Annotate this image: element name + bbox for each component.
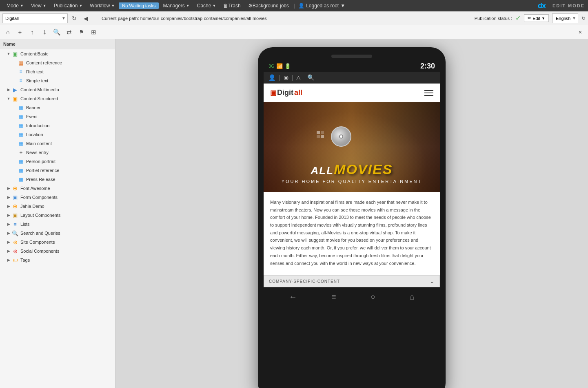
sidebar-item-simple-text[interactable]: ≡ Simple text — [0, 76, 115, 85]
phone-location-icon[interactable]: ◉ — [284, 74, 288, 81]
sidebar-item-content-multimedia[interactable]: ▶ ▶ Content:Multimedia — [0, 85, 115, 94]
top-menu-bar: Mode ▼ View ▼ Publication ▼ Workflow ▼ N… — [0, 0, 588, 11]
sidebar-item-content-basic[interactable]: ▼ ▣ Content:Basic — [0, 49, 115, 58]
site-dropdown-arrow[interactable]: ▼ — [62, 16, 66, 20]
site-name: Digitall — [4, 16, 62, 21]
publication-menu[interactable]: Publication ▼ — [51, 0, 86, 11]
no-waiting-badge[interactable]: No Waiting tasks — [119, 2, 159, 9]
zoom-icon-btn[interactable]: 🔍 — [51, 27, 62, 37]
phone-expand-icon[interactable]: △ — [296, 74, 301, 81]
pub-status-icon: ✓ — [515, 14, 521, 22]
phone-home-btn[interactable]: ≡ — [331, 292, 336, 302]
sidebar-item-introduction[interactable]: ▦ Introduction — [0, 121, 115, 130]
sidebar-item-form-components[interactable]: ▶ ▣ Form Components — [0, 193, 115, 202]
expand-search[interactable]: ▶ — [6, 231, 11, 235]
toolbar-divider — [94, 14, 94, 22]
sidebar-item-rich-text[interactable]: ≡ Rich text — [0, 67, 115, 76]
phone-search-bottom-btn[interactable]: ○ — [371, 292, 375, 302]
expand-social[interactable]: ▶ — [6, 249, 11, 253]
site-selector[interactable]: Digitall ▼ — [2, 13, 68, 23]
link-icon-btn[interactable]: ⇄ — [64, 27, 74, 37]
second-toolbar: Digitall ▼ ↻ ◀ Current page path: home/o… — [0, 11, 588, 25]
sidebar-item-layout-components[interactable]: ▶ ▣ Layout Components — [0, 211, 115, 220]
phone-mockup: 3G 📶 🔋 2:30 👤 | ◉ | △ 🔍 — [258, 47, 446, 388]
sidebar-item-jahia-demo[interactable]: ▶ ⊕ Jahia Demo — [0, 202, 115, 211]
sidebar-item-tags[interactable]: ▶ 🏷 Tags — [0, 256, 115, 265]
expand-jahia[interactable]: ▶ — [6, 204, 11, 208]
edit-button[interactable]: ✏ Edit ▼ — [524, 14, 549, 22]
logo-all: all — [294, 88, 302, 97]
sidebar-item-location[interactable]: ▦ Location — [0, 130, 115, 139]
language-selector[interactable]: English ▼ — [552, 13, 578, 23]
prev-btn[interactable]: ◀ — [81, 13, 91, 23]
phone-back-btn[interactable]: ← — [289, 292, 297, 302]
sidebar-item-content-reference[interactable]: ▦ Content reference — [0, 58, 115, 67]
lang-arrow[interactable]: ▼ — [572, 16, 576, 20]
rich-text-icon: ≡ — [17, 68, 24, 75]
refresh-site-btn[interactable]: ↻ — [69, 13, 79, 23]
expand-font-awesome[interactable]: ▶ — [6, 186, 11, 190]
content-multimedia-icon: ▶ — [11, 86, 19, 93]
close-panel-btn[interactable]: × — [575, 27, 586, 37]
battery-icon: 🔋 — [284, 63, 291, 69]
sidebar-item-news-entry[interactable]: ✦ News entry — [0, 148, 115, 157]
upload-icon-btn[interactable]: ↑ — [27, 27, 38, 37]
phone-profile-icon[interactable]: 👤 — [268, 74, 275, 81]
sidebar-item-content-structured[interactable]: ▼ ▣ Content:Structured — [0, 94, 115, 103]
page-path-bar: Current page path: home/our-companies/bo… — [98, 16, 473, 21]
jahia-icon: ⊕ — [11, 203, 19, 209]
hamburger-line1 — [424, 90, 433, 91]
portlet-ref-icon: ▦ — [17, 167, 24, 174]
sidebar-item-site-components[interactable]: ▶ ⊛ Site Components — [0, 238, 115, 247]
expand-basic[interactable]: ▼ — [6, 52, 11, 56]
wifi-icon: 📶 — [276, 63, 283, 69]
sidebar-item-portlet-reference[interactable]: ▦ Portlet reference — [0, 166, 115, 175]
sidebar-item-search-queries[interactable]: ▶ 🔍 Search and Queries — [0, 229, 115, 238]
workflow-menu[interactable]: Workflow ▼ — [87, 0, 118, 11]
company-bar-label-text: COMPANY-SPECIFIC-CONTENT — [269, 279, 340, 284]
expand-layout[interactable]: ▶ — [6, 213, 11, 217]
hamburger-menu[interactable] — [424, 90, 433, 96]
flag-icon-btn[interactable]: ⚑ — [76, 27, 87, 37]
sidebar-item-press-release[interactable]: ▦ Press Release — [0, 175, 115, 184]
sidebar-item-social-components[interactable]: ▶ ⊛ Social Components — [0, 247, 115, 256]
refresh-btn[interactable]: ↻ — [581, 15, 586, 21]
expand-form[interactable]: ▶ — [6, 195, 11, 199]
hero-logo-mark — [317, 131, 324, 138]
expand-structured[interactable]: ▼ — [6, 97, 11, 101]
home-icon-btn[interactable]: ⌂ — [2, 27, 13, 37]
edit-pencil-icon: ✏ — [528, 15, 531, 21]
mode-menu[interactable]: Mode ▼ — [3, 0, 27, 11]
import-icon-btn[interactable]: ⤵ — [39, 27, 50, 37]
phone-speaker — [331, 55, 372, 58]
expand-site[interactable]: ▶ — [6, 240, 11, 244]
expand-tags[interactable]: ▶ — [6, 258, 11, 262]
expand-lists[interactable]: ▶ — [6, 222, 11, 226]
form-icon: ▣ — [11, 194, 19, 201]
third-toolbar: ⌂ + ↑ ⤵ 🔍 ⇄ ⚑ ⊞ × — [0, 25, 588, 39]
cache-menu[interactable]: Cache ▼ — [194, 0, 220, 11]
phone-menu-btn[interactable]: ⌂ — [410, 292, 415, 302]
managers-arrow: ▼ — [186, 4, 190, 8]
view-arrow: ▼ — [43, 4, 47, 8]
phone-status-icons: 3G 📶 🔋 — [268, 63, 291, 69]
sidebar: Name ▼ ▣ Content:Basic ▦ Content referen… — [0, 39, 115, 388]
sidebar-item-font-awesome[interactable]: ▶ ⊕ Font Awesome — [0, 184, 115, 193]
phone-time: 2:30 — [420, 62, 435, 71]
sidebar-item-lists[interactable]: ▶ ≡ Lists — [0, 220, 115, 229]
content-basic-icon: ▣ — [11, 51, 19, 57]
sidebar-item-event[interactable]: ▦ Event — [0, 112, 115, 121]
expand-multimedia[interactable]: ▶ — [6, 88, 11, 92]
logged-as-menu[interactable]: 👤 Logged as root ▼ — [298, 3, 345, 9]
company-bar-chevron-icon[interactable]: ⌄ — [430, 278, 435, 284]
sidebar-item-person-portrait[interactable]: ▦ Person portrait — [0, 157, 115, 166]
view-menu[interactable]: View ▼ — [28, 0, 50, 11]
background-jobs-menu[interactable]: ⚙ Background jobs — [245, 0, 292, 11]
add-icon-btn[interactable]: + — [15, 27, 25, 37]
managers-menu[interactable]: Managers ▼ — [160, 0, 193, 11]
sidebar-item-banner[interactable]: ▦ Banner — [0, 103, 115, 112]
settings-icon-btn[interactable]: ⊞ — [88, 27, 99, 37]
trash-menu[interactable]: 🗑 Trash — [220, 0, 244, 11]
phone-search-icon[interactable]: 🔍 — [307, 74, 314, 81]
sidebar-item-main-content[interactable]: ▦ Main content — [0, 139, 115, 148]
